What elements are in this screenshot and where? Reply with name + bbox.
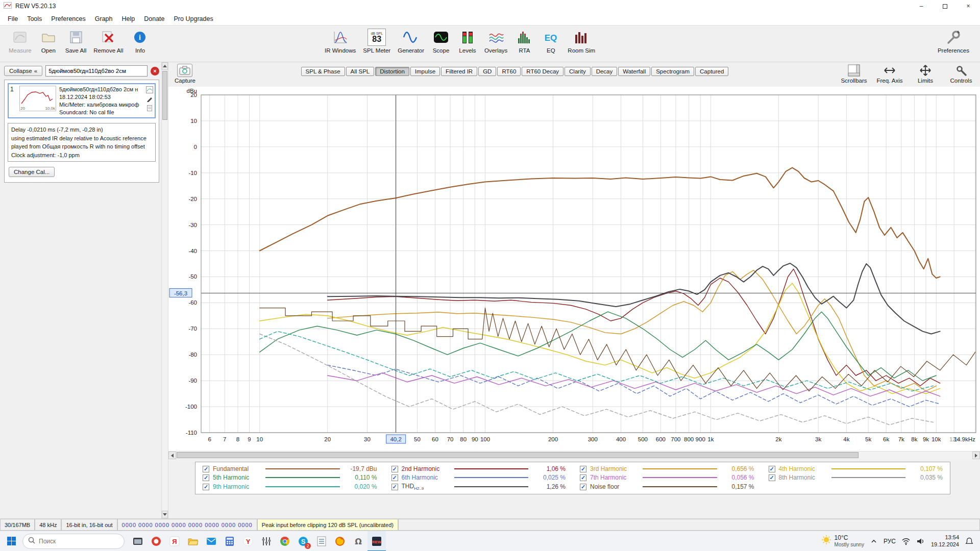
ybrowser-taskbar-icon[interactable] [147,531,165,551]
toolbar-spl-meter-button[interactable]: dB SPL83SPL Meter [359,27,394,55]
menu-tools[interactable]: Tools [22,13,46,24]
toolbar-remove-all-button[interactable]: Remove All [90,27,127,55]
toolbar-info-button[interactable]: iInfo [127,27,153,55]
legend-checkbox[interactable]: ✓ [203,474,209,481]
legend-checkbox[interactable]: ✓ [769,466,775,472]
rew-taskbar-icon[interactable]: REW [368,531,386,551]
menu-file[interactable]: File [3,13,22,24]
capture-button[interactable]: Capture [175,64,195,84]
menu-help[interactable]: Help [117,13,140,24]
minimize-button[interactable]: – [910,0,933,12]
legend-item-8th-harmonic[interactable]: ✓8th Harmonic0,035 % [769,474,943,481]
legend-checkbox[interactable]: ✓ [203,484,209,490]
scrollbars-button[interactable]: Scrollbars [840,64,868,84]
wifi-icon[interactable] [901,537,911,545]
search-input[interactable] [39,538,119,545]
vertical-scrollbar[interactable] [161,62,168,518]
legend-checkbox[interactable]: ✓ [769,474,775,481]
legend-item-6th-harmonic[interactable]: ✓6th Harmonic0,025 % [391,474,566,481]
change-cal-button[interactable]: Change Cal... [9,167,55,177]
chrome-taskbar-icon[interactable] [276,531,294,551]
scroll-right-arrow[interactable] [972,452,980,459]
distortion-plot[interactable]: dBu20100-10-20-30-40-50-60-70-80-90-100-… [168,87,980,451]
toolbar-eq-button[interactable]: EQEQ [537,27,564,55]
horizontal-scrollbar-thumb[interactable] [177,452,859,458]
legend-checkbox[interactable]: ✓ [391,484,398,490]
explorer-taskbar-icon[interactable] [184,531,202,551]
weather-widget[interactable]: 10°CMostly sunny [821,535,864,547]
legend-item-5th-harmonic[interactable]: ✓5th Harmonic0,110 % [203,474,377,481]
mail-taskbar-icon[interactable] [202,531,220,551]
toolbar-room-sim-button[interactable]: Room Sim [564,27,599,55]
tab-spl-phase[interactable]: SPL & Phase [301,67,345,76]
measurement-name-input[interactable] [45,65,148,77]
legend-checkbox[interactable]: ✓ [391,466,398,472]
start-button[interactable] [0,531,22,551]
tab-all-spl[interactable]: All SPL [346,67,375,76]
skype-taskbar-icon[interactable]: S2 [294,531,312,551]
notification-icon[interactable] [965,537,974,546]
legend-item-fundamental[interactable]: ✓Fundamental-19,7 dBu [203,465,377,472]
firefox-taskbar-icon[interactable] [331,531,349,551]
vertical-scrollbar-thumb[interactable] [162,71,167,120]
clock[interactable]: 13:54 19.12.2024 [931,534,959,548]
limits-button[interactable]: Limits [912,64,939,84]
menu-donate[interactable]: Donate [139,13,169,24]
tab-rt60-decay[interactable]: RT60 Decay [522,67,564,76]
menu-graph[interactable]: Graph [90,13,117,24]
legend-checkbox[interactable]: ✓ [203,466,209,472]
toolbar-preferences-button[interactable]: Preferences [934,27,973,55]
toolbar-generator-button[interactable]: Generator [394,27,428,55]
scroll-down-arrow[interactable] [162,511,168,518]
tab-gd[interactable]: GD [478,67,496,76]
notes-icon[interactable] [145,104,153,112]
maximize-button[interactable] [933,0,957,12]
toolbar-scope-button[interactable]: Scope [428,27,454,55]
menu-preferences[interactable]: Preferences [46,13,90,24]
tab-impulse[interactable]: Impulse [410,67,440,76]
mixer-taskbar-icon[interactable] [257,531,276,551]
trace-settings-icon[interactable] [145,86,153,93]
yandex-taskbar-icon[interactable]: Я [165,531,184,551]
tab-distortion[interactable]: Distortion [375,67,409,76]
scroll-left-arrow[interactable] [168,452,176,459]
tray-expand-icon[interactable] [870,537,878,545]
scroll-up-arrow[interactable] [162,62,168,70]
tab-rt60[interactable]: RT60 [497,67,521,76]
ymusic-taskbar-icon[interactable]: Y [239,531,257,551]
toolbar-ir-windows-button[interactable]: IR Windows [321,27,359,55]
toolbar-rta-button[interactable]: RTA [511,27,537,55]
volume-icon[interactable] [916,537,925,545]
notes-taskbar-icon[interactable] [312,531,331,551]
tab-spectrogram[interactable]: Spectrogram [651,67,694,76]
tab-filtered-ir[interactable]: Filtered IR [441,67,477,76]
edit-icon[interactable] [145,95,153,103]
legend-item-9th-harmonic[interactable]: ✓9th Harmonic0,020 % [203,483,377,491]
close-button[interactable]: × [957,0,980,12]
window-taskbar-icon[interactable] [129,531,147,551]
language-indicator[interactable]: РУС [884,538,896,545]
legend-checkbox[interactable]: ✓ [580,474,586,481]
tab-waterfall[interactable]: Waterfall [618,67,650,76]
calculator-taskbar-icon[interactable] [220,531,239,551]
tab-captured[interactable]: Captured [695,67,728,76]
tab-clarity[interactable]: Clarity [565,67,591,76]
tab-decay[interactable]: Decay [592,67,618,76]
taskbar-search[interactable] [22,534,125,549]
horizontal-scrollbar[interactable] [168,451,980,459]
toolbar-open-button[interactable]: Open [35,27,62,55]
collapse-button[interactable]: Collapse« [4,66,42,76]
toolbar-measure-button[interactable]: Measure [5,27,35,55]
legend-item-2nd-harmonic[interactable]: ✓2nd Harmonic1,06 % [391,465,566,472]
legend-item-thd[interactable]: ✓THDH2..91,26 % [391,483,566,491]
toolbar-levels-button[interactable]: Levels [454,27,481,55]
legend-checkbox[interactable]: ✓ [580,466,586,472]
legend-checkbox[interactable]: ✓ [391,474,398,481]
legend-item-7th-harmonic[interactable]: ✓7th Harmonic0,056 % [580,474,754,481]
omega-taskbar-icon[interactable]: Ω [349,531,368,551]
legend-checkbox[interactable]: ✓ [580,484,586,490]
menu-pro-upgrades[interactable]: Pro Upgrades [169,13,218,24]
remove-measurement-button[interactable]: × [151,67,159,76]
legend-item-4th-harmonic[interactable]: ✓4th Harmonic0,107 % [769,465,943,472]
freq-axis-button[interactable]: Freq. Axis [876,64,903,84]
